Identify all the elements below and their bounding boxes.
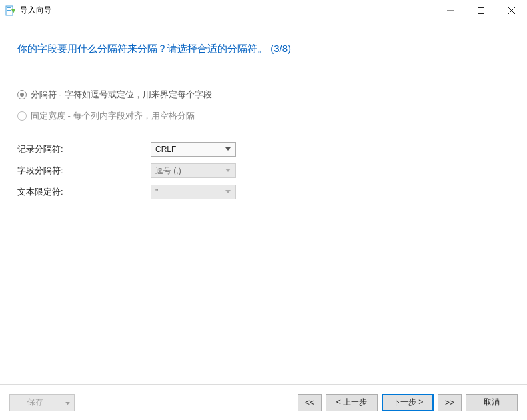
next-button[interactable]: 下一步 >	[382, 394, 434, 411]
select-value: "	[155, 187, 222, 197]
chevron-down-icon	[222, 190, 234, 194]
wizard-content: 你的字段要用什么分隔符来分隔？请选择合适的分隔符。 (3/8) 分隔符 - 字符…	[0, 21, 527, 384]
row-text-qualifier: 文本限定符: "	[17, 185, 510, 199]
save-dropdown-button[interactable]	[61, 394, 75, 411]
radio-fixed-label: 固定宽度 - 每个列内字段对齐，用空格分隔	[31, 110, 195, 122]
select-text-qualifier: "	[151, 185, 236, 199]
radio-indicator-icon	[17, 111, 27, 121]
row-field-separator: 字段分隔符: 逗号 (,)	[17, 163, 510, 178]
radio-fixed-width[interactable]: 固定宽度 - 每个列内字段对齐，用空格分隔	[17, 110, 510, 122]
chevron-down-icon	[222, 147, 234, 151]
select-field-separator: 逗号 (,)	[151, 163, 236, 178]
select-value: 逗号 (,)	[155, 165, 222, 177]
save-button[interactable]: 保存	[9, 394, 61, 411]
wizard-heading: 你的字段要用什么分隔符来分隔？请选择合适的分隔符。 (3/8)	[17, 43, 510, 55]
maximize-button[interactable]	[466, 0, 496, 21]
first-page-button[interactable]: <<	[298, 394, 322, 411]
chevron-down-icon	[65, 398, 70, 407]
cancel-button[interactable]: 取消	[466, 394, 518, 411]
chevron-down-icon	[222, 169, 234, 173]
window-controls	[435, 0, 527, 21]
select-value: CRLF	[155, 145, 222, 154]
radio-delimited[interactable]: 分隔符 - 字符如逗号或定位，用来界定每个字段	[17, 89, 510, 101]
svg-rect-3	[7, 10, 11, 11]
window-title: 导入向导	[20, 5, 52, 16]
delimiter-mode-group: 分隔符 - 字符如逗号或定位，用来界定每个字段 固定宽度 - 每个列内字段对齐，…	[17, 89, 510, 122]
select-record-separator[interactable]: CRLF	[151, 142, 236, 157]
row-record-separator: 记录分隔符: CRLF	[17, 142, 510, 157]
last-page-button[interactable]: >>	[438, 394, 462, 411]
app-icon	[5, 5, 16, 16]
radio-indicator-icon	[17, 90, 27, 99]
separator-settings: 记录分隔符: CRLF 字段分隔符: 逗号 (,) 文本限定符: "	[17, 142, 510, 199]
titlebar: 导入向导	[0, 0, 527, 21]
close-button[interactable]	[496, 0, 527, 21]
minimize-button[interactable]	[435, 0, 466, 21]
svg-rect-5	[478, 7, 484, 13]
back-button[interactable]: < 上一步	[326, 394, 378, 411]
radio-delimited-label: 分隔符 - 字符如逗号或定位，用来界定每个字段	[31, 89, 212, 101]
svg-rect-1	[7, 7, 11, 8]
label-record-separator: 记录分隔符:	[17, 143, 151, 155]
svg-rect-2	[7, 9, 11, 9]
save-button-group: 保存	[9, 394, 75, 411]
wizard-footer: 保存 << < 上一步 下一步 > >> 取消	[0, 384, 527, 420]
label-text-qualifier: 文本限定符:	[17, 186, 151, 198]
label-field-separator: 字段分隔符:	[17, 165, 151, 177]
